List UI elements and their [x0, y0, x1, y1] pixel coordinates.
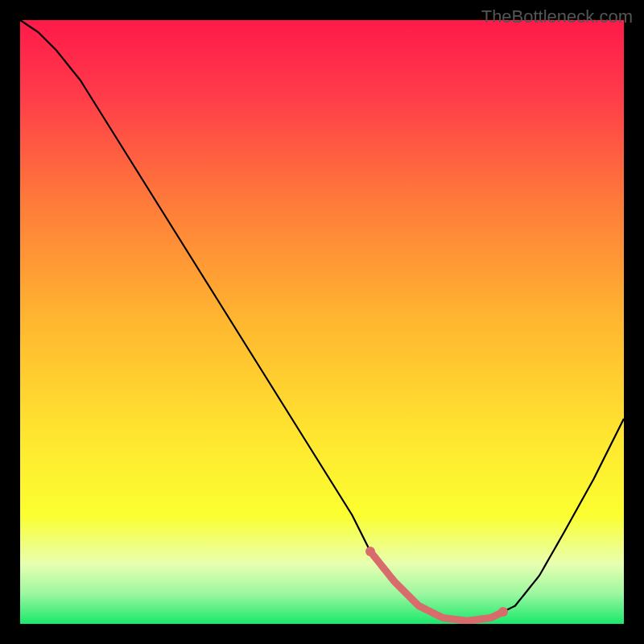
- optimal-zone-marker: [20, 20, 624, 624]
- watermark-text: TheBottleneck.com: [481, 6, 633, 27]
- svg-point-2: [498, 607, 508, 617]
- svg-point-1: [365, 547, 375, 556]
- plot-area: [20, 20, 624, 624]
